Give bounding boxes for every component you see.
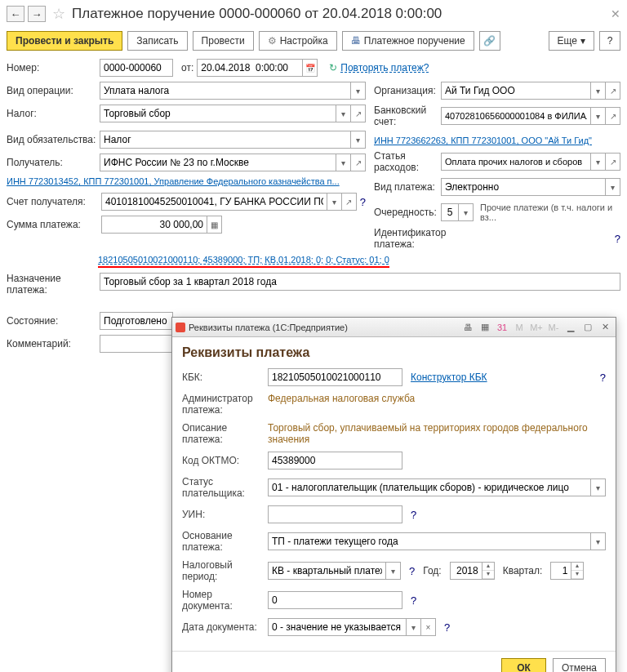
post-and-close-button[interactable]: Провести и закрыть (7, 31, 122, 51)
date-field[interactable] (197, 59, 303, 77)
bank-field[interactable] (441, 107, 591, 125)
open-icon[interactable]: ↗ (342, 193, 357, 211)
recipient-account-field[interactable] (101, 193, 327, 211)
payment-details-dialog: Реквизиты платежа (1С:Предприятие) 🖶 ▦ 3… (171, 317, 616, 363)
operation-label: Вид операции: (7, 85, 96, 96)
recipient-label: Получатель: (7, 157, 96, 168)
more-button[interactable]: Еще ▾ (549, 31, 594, 51)
close-icon[interactable]: ✕ (598, 321, 612, 334)
favorite-star-icon[interactable]: ☆ (52, 5, 65, 23)
app-icon (176, 323, 185, 332)
print-button[interactable]: 🖶Платежное поручение (342, 31, 474, 51)
calculator-icon[interactable]: ▦ (207, 216, 222, 234)
m-icon[interactable]: M (512, 321, 527, 334)
link-button[interactable]: 🔗 (479, 31, 500, 51)
expense-label: Статья расходов: (374, 150, 438, 173)
chevron-down-icon[interactable]: ▾ (327, 193, 342, 211)
minimize-icon[interactable]: ▁ (563, 321, 578, 334)
window-title: Платежное поручение 0000-000060 от 20.04… (72, 6, 607, 22)
help-icon[interactable]: ? (615, 233, 620, 245)
purpose-field[interactable] (100, 273, 620, 291)
help-button[interactable]: ? (599, 31, 620, 51)
print-icon[interactable]: 🖶 (460, 321, 475, 334)
open-icon[interactable]: ↗ (606, 153, 620, 171)
help-icon[interactable]: ? (360, 196, 366, 208)
priority-desc: Прочие платежи (в т.ч. налоги и вз... (480, 202, 620, 222)
gear-icon: ⚙ (268, 35, 277, 47)
liability-label: Вид обязательства: (7, 134, 96, 145)
maximize-icon[interactable]: ▢ (580, 321, 595, 334)
number-label: Номер: (7, 62, 96, 73)
from-label: от: (181, 62, 193, 73)
m-minus-icon[interactable]: M- (546, 321, 561, 334)
calendar-icon[interactable]: 📅 (303, 59, 318, 77)
close-icon[interactable]: ✕ (611, 7, 620, 20)
chevron-down-icon[interactable]: ▾ (351, 82, 366, 100)
chevron-down-icon[interactable]: ▾ (591, 107, 606, 125)
modal-title: Реквизиты платежа (182, 345, 606, 360)
chevron-down-icon[interactable]: ▾ (459, 203, 474, 221)
nav-forward-button[interactable]: → (28, 6, 46, 22)
chevron-down-icon[interactable]: ▾ (336, 154, 351, 171)
expense-field[interactable] (441, 153, 591, 171)
sum-label: Сумма платежа: (7, 219, 98, 230)
printer-icon: 🖶 (351, 35, 361, 47)
repeat-link[interactable]: Повторять платеж? (340, 62, 429, 73)
calendar-icon[interactable]: 31 (495, 321, 509, 334)
nav-back-button[interactable]: ← (7, 6, 24, 22)
recipient-field[interactable] (100, 154, 336, 171)
paytype-label: Вид платежа: (374, 181, 438, 193)
post-button[interactable]: Провести (193, 31, 254, 51)
save-button[interactable]: Записать (127, 31, 187, 51)
state-label: Состояние: (7, 315, 96, 327)
number-field[interactable] (100, 59, 173, 77)
recipient-account-label: Счет получателя: (7, 196, 98, 207)
org-label: Организация: (374, 85, 438, 96)
grid-icon[interactable]: ▦ (478, 321, 492, 334)
open-icon[interactable]: ↗ (351, 105, 366, 122)
settings-button[interactable]: ⚙Настройка (259, 31, 337, 51)
priority-label: Очередность: (374, 207, 438, 218)
liability-field[interactable] (100, 131, 351, 149)
chevron-down-icon[interactable]: ▾ (591, 82, 606, 100)
open-icon[interactable]: ↗ (351, 154, 366, 171)
org-field[interactable] (441, 82, 591, 100)
tax-field[interactable] (100, 105, 336, 122)
purpose-label: Назначение платежа: (7, 273, 96, 296)
chevron-down-icon[interactable]: ▾ (606, 178, 620, 196)
open-icon[interactable]: ↗ (606, 107, 620, 125)
repeat-icon[interactable]: ↻ (329, 62, 337, 73)
operation-field[interactable] (100, 82, 351, 100)
comment-field[interactable] (100, 335, 173, 353)
modal-window-title: Реквизиты платежа (1С:Предприятие) (189, 323, 348, 332)
chevron-down-icon[interactable]: ▾ (351, 131, 366, 149)
treasury-link[interactable]: ИНН 7723013452, КПП 772301001, Управлени… (7, 176, 340, 186)
sum-field[interactable] (101, 216, 207, 234)
comment-label: Комментарий: (7, 338, 96, 349)
state-field[interactable] (100, 312, 173, 330)
priority-field[interactable] (441, 203, 459, 221)
id-label: Идентификатор платежа: (374, 227, 456, 250)
tax-label: Налог: (7, 108, 96, 119)
chevron-down-icon[interactable]: ▾ (591, 153, 606, 171)
inn-link[interactable]: ИНН 7723662263, КПП 772301001, ООО "Ай Т… (374, 136, 592, 145)
chevron-down-icon[interactable]: ▾ (336, 105, 351, 122)
m-plus-icon[interactable]: M+ (529, 321, 544, 334)
open-icon[interactable]: ↗ (606, 82, 620, 100)
kbk-summary-link[interactable]: 18210505010021000110; 45389000; ТП; КВ.0… (98, 255, 389, 268)
paytype-field[interactable] (441, 178, 606, 196)
bank-label: Банковский счет: (374, 105, 438, 127)
